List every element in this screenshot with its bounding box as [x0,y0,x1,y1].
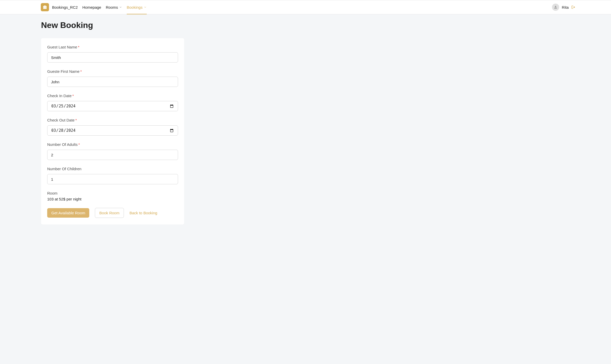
adults-input[interactable] [47,150,178,160]
button-row: Get Available Room Book Room Back to Boo… [47,208,178,218]
first-name-input[interactable] [47,77,178,87]
user-icon [554,5,558,9]
label-text: Guest Last Name [47,45,77,49]
form-group-room: Room 103 at 52$ per night [47,191,178,201]
app-name: Bookings_RC2 [52,5,78,9]
label-text: Check In Date [47,94,72,98]
nav-item-rooms[interactable]: Rooms [106,0,122,14]
adults-label: Number Of Adults* [47,142,178,147]
required-indicator: * [80,69,82,74]
required-indicator: * [75,118,77,122]
children-input[interactable] [47,174,178,184]
nav-items: Homepage Rooms Bookings [82,0,151,14]
nav-label: Rooms [106,5,118,9]
header: Bookings_RC2 Homepage Rooms Bookings [0,0,611,14]
form-card: Guest Last Name* Gueste First Name* Chec… [41,38,184,225]
form-group-adults: Number Of Adults* [47,142,178,160]
get-available-room-button[interactable]: Get Available Room [47,208,89,218]
required-indicator: * [78,45,80,49]
nav-label: Homepage [82,5,101,9]
suitcase-icon [42,5,47,10]
required-indicator: * [72,94,74,98]
logo-icon[interactable] [41,3,49,11]
label-text: Gueste First Name [47,69,80,74]
header-left: Bookings_RC2 Homepage Rooms Bookings [41,0,151,14]
user-name: Rita [562,5,569,9]
label-text: Number Of Adults [47,142,77,147]
form-group-last-name: Guest Last Name* [47,45,178,63]
form-group-children: Number Of Children [47,167,178,184]
first-name-label: Gueste First Name* [47,69,178,74]
check-out-date-input[interactable] [47,125,178,136]
check-in-date-input[interactable] [47,101,178,111]
header-right: Rita [552,4,575,11]
children-label: Number Of Children [47,167,178,171]
room-label: Room [47,191,178,195]
check-out-label: Check Out Date* [47,118,178,122]
nav-item-homepage[interactable]: Homepage [82,0,101,14]
main-content: New Booking Guest Last Name* Gueste Firs… [0,14,611,235]
form-group-first-name: Gueste First Name* [47,69,178,87]
form-group-check-out: Check Out Date* [47,118,178,136]
nav-item-bookings[interactable]: Bookings [127,0,147,14]
avatar[interactable] [552,4,559,11]
chevron-down-icon [144,6,147,9]
chevron-down-icon [119,6,122,9]
last-name-input[interactable] [47,52,178,63]
last-name-label: Guest Last Name* [47,45,178,49]
page-title: New Booking [41,21,611,30]
required-indicator: * [78,142,80,147]
form-group-check-in: Check In Date* [47,94,178,111]
check-in-label: Check In Date* [47,94,178,98]
logout-icon[interactable] [571,5,575,9]
book-room-button[interactable]: Book Room [95,208,124,218]
room-value: 103 at 52$ per night [47,197,178,201]
nav-label: Bookings [127,5,143,9]
back-to-booking-link[interactable]: Back to Booking [130,211,157,215]
label-text: Number Of Children [47,167,81,171]
label-text: Check Out Date [47,118,75,122]
